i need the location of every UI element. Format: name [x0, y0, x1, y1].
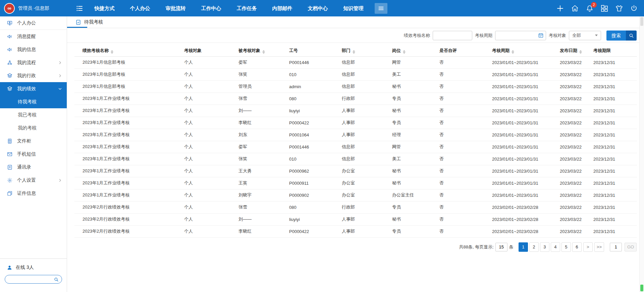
sidebar-subitem[interactable]: 我已考核	[0, 108, 67, 121]
chevron-right-icon	[58, 178, 62, 182]
table-cell: 办公室	[341, 189, 392, 201]
menu-list-icon[interactable]	[75, 4, 84, 12]
go-button[interactable]: GO	[625, 243, 637, 251]
table-cell: 秘书	[392, 80, 439, 93]
table-row[interactable]: 2023年2月行政绩效考核个人李晓红P0000422人事部专员否2023/02/…	[74, 225, 637, 237]
page-button[interactable]: 5	[561, 242, 571, 252]
nav-item-8[interactable]: 知识管理	[336, 0, 371, 16]
table-row[interactable]: 2023年1月工作业绩考核个人王英P0000911办公室秘书否2023/01/0…	[74, 177, 637, 189]
filter-target-select[interactable]: 全部	[569, 31, 601, 40]
column-header[interactable]: 考核周期	[492, 45, 559, 56]
table-cell: 2023/03/22	[559, 93, 593, 105]
table-row[interactable]: 2023年1月信息部考核个人管理员admin信息部秘书否2023/01/01~2…	[74, 80, 637, 93]
scrollbar-thumb[interactable]	[640, 17, 643, 26]
hamburger-button[interactable]	[375, 3, 387, 14]
nav-item-3[interactable]: 审批流转	[158, 0, 194, 16]
scrollbar-green-indicator[interactable]	[640, 285, 643, 291]
table-row[interactable]: 2023年1月工作业绩考核个人王大勇P0000962办公室秘书否2023/01/…	[74, 165, 637, 177]
sort-icon[interactable]	[579, 50, 582, 54]
table-row[interactable]: 2023年2月行政绩效考核个人刘——liuyiyi人事部秘书否2023/02/0…	[74, 213, 637, 225]
scrollbar[interactable]	[639, 16, 644, 292]
filter-name-input[interactable]	[433, 31, 472, 40]
sort-icon[interactable]	[262, 50, 265, 54]
column-header[interactable]: 被考核对象	[238, 45, 289, 56]
table-row[interactable]: 2023年2月行政绩效考核个人张雪080行政部专员否2023/02/01~202…	[74, 201, 637, 213]
table-cell: 个人	[184, 56, 238, 68]
table-row[interactable]: 2023年1月工作业绩考核个人张笑010信息部美工否2023/01/01~202…	[74, 153, 637, 165]
home-icon[interactable]	[571, 4, 579, 12]
next-page-button[interactable]: >	[583, 242, 593, 252]
sort-icon[interactable]	[403, 50, 406, 54]
theme-shirt-icon[interactable]	[615, 4, 623, 12]
table-row[interactable]: 2023年1月工作业绩考核个人李晓红P0000422人事部专员否2023/01/…	[74, 117, 637, 129]
column-header[interactable]: 部门	[341, 45, 392, 56]
sidebar-item[interactable]: 消息提醒	[0, 30, 67, 43]
table-row[interactable]: 2023年1月工作业绩考核个人刘晓宇P0000902办公室办公室主任否2023/…	[74, 189, 637, 201]
sidebar-item[interactable]: 手机短信	[0, 148, 67, 161]
nav-item-6[interactable]: 内部邮件	[265, 0, 300, 16]
page-button[interactable]: 3	[540, 242, 549, 252]
column-header[interactable]: 岗位	[392, 45, 439, 56]
tab-pending-assessment[interactable]: 待我考核	[75, 19, 103, 25]
page-button[interactable]: 1	[519, 242, 528, 252]
table-row[interactable]: 2023年1月工作业绩考核个人娄军P0001446信息部网管否2023/01/0…	[74, 141, 637, 153]
table-cell: 娄军	[238, 56, 289, 68]
sidebar-item[interactable]: 我的流程	[0, 56, 67, 69]
table-row[interactable]: 2023年1月信息部考核个人张笑010信息部美工否2023/01/01~2023…	[74, 68, 637, 80]
table-cell: 否	[439, 213, 492, 225]
table-row[interactable]: 2023年1月工作业绩考核个人刘——liuyiyi人事部秘书否2023/01/0…	[74, 105, 637, 117]
table-header-row: 绩效考核名称考核对象被考核对象工号部门岗位是否自评考核周期发布日期考核期限	[74, 45, 637, 56]
nav-item-5[interactable]: 工作任务	[229, 0, 265, 16]
page-size-input[interactable]	[495, 243, 507, 251]
notification-badge: 2	[591, 2, 597, 8]
table-cell: 否	[439, 165, 492, 177]
table-cell: 010	[289, 153, 341, 165]
sidebar-search-box[interactable]	[5, 275, 62, 284]
sort-icon[interactable]	[111, 50, 113, 54]
table-cell: 人事部	[341, 129, 392, 141]
bell-icon[interactable]: 2	[586, 4, 594, 12]
search-icon[interactable]	[54, 277, 59, 282]
calendar-icon[interactable]	[538, 33, 544, 38]
sidebar-item[interactable]: 证件信息	[0, 187, 67, 200]
app-logo: ∞	[4, 3, 15, 14]
sidebar-subitem-label: 我的考核	[18, 125, 37, 131]
sidebar-item[interactable]: 个人设置	[0, 174, 67, 187]
search-button[interactable]: 搜索	[606, 31, 637, 41]
nav-item-1[interactable]: 快捷方式	[87, 0, 122, 16]
table-row[interactable]: 2023年1月工作业绩考核个人刘东P0001064人事部经理否2023/01/0…	[74, 129, 637, 141]
sidebar-item[interactable]: 个人办公	[0, 16, 67, 30]
plus-icon[interactable]	[556, 4, 564, 12]
sidebar-item[interactable]: 我的信息	[0, 43, 67, 56]
sidebar-item[interactable]: 我的绩效	[0, 82, 67, 95]
page-button[interactable]: 4	[551, 242, 560, 252]
table-row[interactable]: 2023年1月工作业绩考核个人张雪080行政部专员否2023/01/01~202…	[74, 93, 637, 105]
table-cell: 张雪	[238, 201, 289, 213]
table-cell: 专员	[392, 117, 439, 129]
sidebar-item[interactable]: 我的行政	[0, 69, 67, 82]
power-icon[interactable]	[630, 4, 638, 12]
filter-period-field[interactable]	[495, 31, 546, 40]
column-header[interactable]: 绩效考核名称	[74, 45, 184, 56]
table-row[interactable]: 2023年1月信息部考核个人娄军P0001446信息部网管否2023/01/01…	[74, 56, 637, 68]
sidebar-subitem[interactable]: 我的考核	[0, 121, 67, 134]
column-header[interactable]: 发布日期	[559, 45, 593, 56]
page-button[interactable]: 6	[572, 242, 582, 252]
nav-item-2[interactable]: 个人办公	[122, 0, 158, 16]
sidebar-search-input[interactable]	[8, 277, 54, 282]
sort-icon[interactable]	[353, 50, 355, 54]
sidebar-item[interactable]: 文件柜	[0, 134, 67, 148]
goto-page-input[interactable]	[610, 243, 622, 251]
chevron-down-icon	[58, 87, 62, 91]
sidebar-subitem[interactable]: 待我考核	[0, 95, 67, 108]
filter-period-input[interactable]	[498, 33, 538, 38]
sort-icon[interactable]	[512, 50, 514, 54]
table-cell: 2023/03/22	[559, 141, 593, 153]
nav-item-4[interactable]: 工作中心	[194, 0, 229, 16]
apps-grid-icon[interactable]	[600, 4, 608, 12]
last-page-button[interactable]: >>	[594, 242, 604, 252]
sidebar-item[interactable]: 通讯录	[0, 161, 67, 174]
page-button[interactable]: 2	[529, 242, 539, 252]
nav-item-7[interactable]: 文档中心	[300, 0, 336, 16]
table-cell: 080	[289, 201, 341, 213]
